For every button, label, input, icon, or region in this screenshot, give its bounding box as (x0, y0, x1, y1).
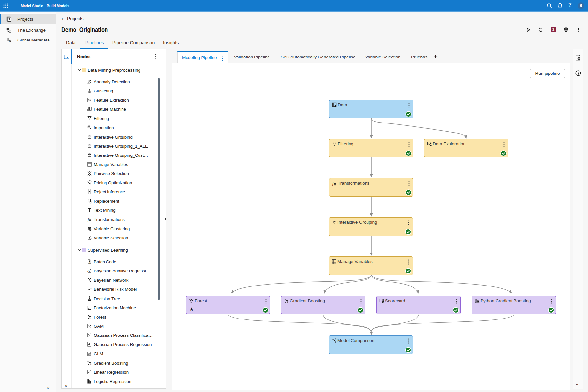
svg-text:f: f (88, 217, 90, 222)
svg-text:A: A (90, 364, 91, 366)
svg-text:3: 3 (9, 40, 10, 42)
svg-text:f: f (332, 181, 334, 186)
svg-text:j: j (89, 261, 90, 264)
svg-text:Σ: Σ (90, 269, 91, 272)
